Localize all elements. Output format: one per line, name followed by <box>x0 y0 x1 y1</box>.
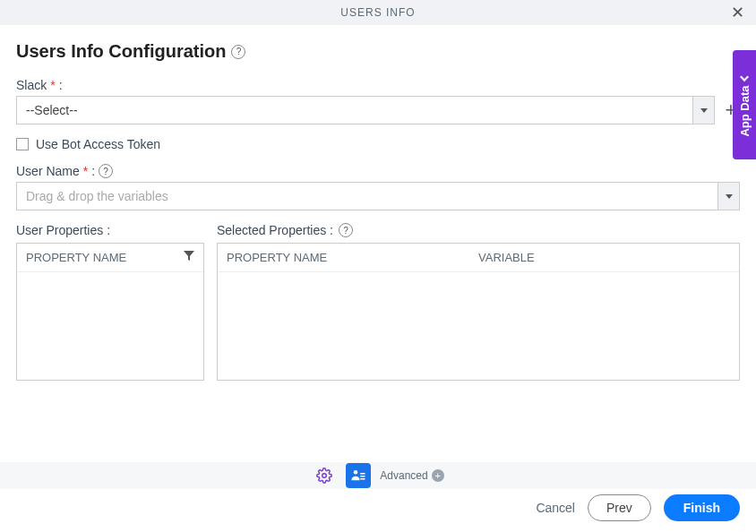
advanced-toggle[interactable]: Advanced + <box>380 469 443 482</box>
user-properties-column: User Properties : PROPERTY NAME <box>16 223 204 381</box>
user-list-icon[interactable] <box>346 463 371 488</box>
help-icon[interactable]: ? <box>231 45 245 59</box>
slack-select[interactable]: --Select-- <box>16 96 715 124</box>
username-input-wrap: Drag & drop the variables <box>16 182 740 210</box>
username-help-icon[interactable]: ? <box>99 164 113 178</box>
svg-rect-2 <box>361 473 365 475</box>
content-area: Users Info Configuration ? Slack * : --S… <box>0 25 756 381</box>
selected-properties-label: Selected Properties : ? <box>217 223 740 237</box>
action-buttons: Cancel Prev Finish <box>536 494 740 521</box>
selected-properties-grid-header: PROPERTY NAME VARIABLE <box>218 244 739 272</box>
finish-button[interactable]: Finish <box>664 494 740 521</box>
chevron-left-icon <box>740 73 749 82</box>
svg-point-0 <box>322 474 327 478</box>
svg-point-1 <box>354 470 358 475</box>
footer-toolbar: Advanced + <box>0 462 756 489</box>
user-properties-grid[interactable]: PROPERTY NAME <box>16 243 204 381</box>
slack-label: Slack * : <box>16 78 740 92</box>
svg-rect-4 <box>361 478 365 480</box>
selected-properties-help-icon[interactable]: ? <box>339 223 353 237</box>
selected-properties-column: Selected Properties : ? PROPERTY NAME VA… <box>217 223 740 381</box>
cancel-button[interactable]: Cancel <box>536 501 575 515</box>
username-label: User Name * : ? <box>16 164 740 178</box>
username-field: User Name * : ? Drag & drop the variable… <box>16 164 740 210</box>
username-input[interactable]: Drag & drop the variables <box>16 182 740 210</box>
svg-rect-3 <box>361 476 365 477</box>
slack-select-caret[interactable] <box>692 97 714 124</box>
properties-columns: User Properties : PROPERTY NAME Selected… <box>16 223 740 381</box>
filter-icon[interactable] <box>184 251 194 264</box>
gear-icon[interactable] <box>312 463 337 488</box>
close-icon[interactable]: ✕ <box>731 3 745 22</box>
prev-button[interactable]: Prev <box>588 494 651 521</box>
selected-properties-grid[interactable]: PROPERTY NAME VARIABLE <box>217 243 740 381</box>
slack-select-wrap: --Select-- + <box>16 96 740 124</box>
modal-header: USERS INFO ✕ <box>0 0 756 25</box>
modal-title: USERS INFO <box>340 6 415 19</box>
bot-token-checkbox[interactable] <box>16 138 29 150</box>
bot-token-label: Use Bot Access Token <box>36 137 160 151</box>
bot-token-row: Use Bot Access Token <box>16 137 740 151</box>
slack-field: Slack * : --Select-- + <box>16 78 740 124</box>
app-data-side-tab[interactable]: App Data <box>733 50 756 159</box>
username-caret[interactable] <box>717 183 739 210</box>
page-title: Users Info Configuration <box>16 41 226 62</box>
user-properties-grid-header: PROPERTY NAME <box>17 244 203 272</box>
page-title-row: Users Info Configuration ? <box>16 41 740 62</box>
plus-circle-icon: + <box>432 469 444 482</box>
user-properties-label: User Properties : <box>16 223 204 237</box>
